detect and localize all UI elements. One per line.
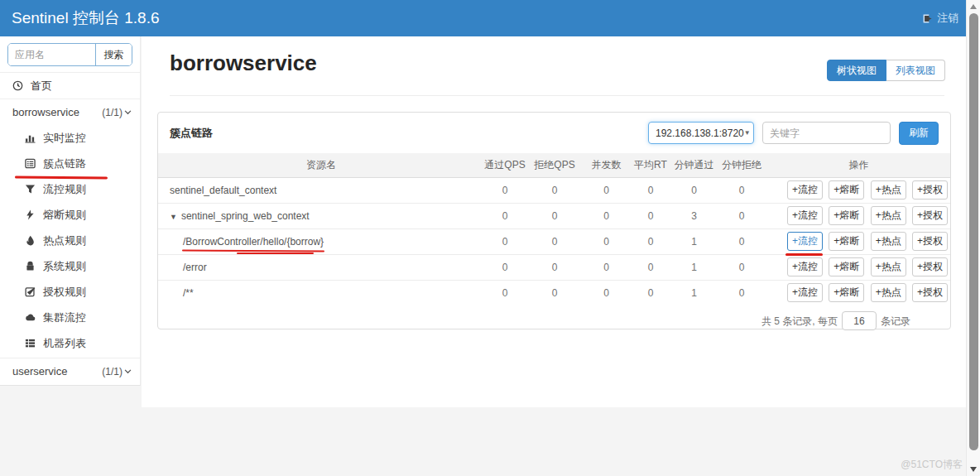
chevron-down-icon [124, 369, 132, 374]
add-authority-rule-button[interactable]: +授权 [912, 232, 948, 251]
sidebar-item-machine-list[interactable]: 机器列表 [0, 330, 140, 356]
pagination-suffix-text: 条记录 [881, 315, 910, 327]
resource-name: /error [158, 254, 484, 280]
add-degrade-rule-button[interactable]: +熔断 [829, 180, 864, 200]
tree-view-button[interactable]: 树状视图 [827, 60, 886, 81]
add-hotspot-rule-button[interactable]: +热点 [871, 257, 906, 276]
add-flow-rule-button[interactable]: +流控 [787, 283, 823, 302]
table-row: ▼sentinel_spring_web_context 0 0 0 0 3 0… [158, 203, 950, 228]
add-authority-rule-button[interactable]: +授权 [912, 257, 948, 276]
app-header: Sentinel 控制台 1.8.6 注销 [0, 0, 980, 36]
add-hotspot-rule-button[interactable]: +热点 [871, 283, 906, 302]
add-flow-rule-button[interactable]: +流控 [787, 206, 823, 225]
bar-chart-icon [25, 132, 36, 143]
sidebar-item-label: 实时监控 [43, 131, 86, 146]
cell-minute-reject: 0 [716, 254, 767, 280]
add-degrade-rule-button[interactable]: +熔断 [829, 206, 864, 225]
cell-pass-qps: 0 [484, 280, 526, 305]
add-flow-rule-button[interactable]: +流控 [787, 257, 823, 276]
cell-threads: 0 [584, 228, 629, 254]
cell-reject-qps: 0 [526, 203, 584, 228]
add-hotspot-rule-button[interactable]: +热点 [871, 206, 906, 225]
scrollbar[interactable] [966, 0, 980, 476]
app-group-count: (1/1) [102, 366, 122, 377]
scrollbar-thumb[interactable] [969, 13, 978, 450]
logout-icon [922, 13, 933, 24]
cell-pass-qps: 0 [484, 254, 526, 280]
sidebar-item-flow-rules[interactable]: 流控规则 [0, 176, 140, 202]
sidebar-item-home[interactable]: 首页 [0, 73, 140, 99]
annotation-underline-resource [182, 249, 324, 252]
cell-pass-qps: 0 [484, 203, 526, 228]
keyword-input[interactable] [762, 122, 891, 144]
sidebar-group-userservice[interactable]: userservice (1/1) [0, 358, 140, 384]
add-degrade-rule-button[interactable]: +熔断 [829, 232, 864, 251]
cell-threads: 0 [584, 203, 629, 228]
table-row: /** 0 0 0 0 1 0 +流控 +熔断 +热点 +授权 [158, 280, 950, 305]
add-degrade-rule-button[interactable]: +熔断 [829, 283, 864, 302]
tree-collapse-caret[interactable]: ▼ [170, 213, 177, 221]
sidebar-item-authority-rules[interactable]: 授权规则 [0, 279, 140, 305]
bolt-icon [25, 209, 36, 220]
logout-button[interactable]: 注销 [922, 0, 958, 36]
scrollbar-down-arrow[interactable] [970, 467, 977, 472]
lock-icon [25, 261, 36, 272]
sidebar-item-hotspot-rules[interactable]: 热点规则 [0, 228, 140, 253]
resource-name: /BorrowController/hello/{borrow} [183, 236, 324, 248]
main-content: borrowservice 树状视图 列表视图 簇点链路 192.168.138… [142, 36, 966, 407]
fire-icon [25, 235, 36, 246]
add-authority-rule-button[interactable]: +授权 [912, 206, 948, 225]
sidebar-item-label: 机器列表 [43, 336, 86, 351]
add-authority-rule-button[interactable]: +授权 [912, 180, 948, 200]
sidebar-item-system-rules[interactable]: 系统规则 [0, 253, 140, 279]
sidebar-item-label: 系统规则 [43, 259, 86, 274]
app-group-count: (1/1) [102, 107, 122, 118]
cell-minute-reject: 0 [716, 203, 767, 228]
cell-minute-pass: 0 [672, 177, 716, 203]
refresh-button[interactable]: 刷新 [899, 122, 939, 145]
cell-threads: 0 [584, 177, 629, 203]
cell-pass-qps: 0 [484, 177, 526, 203]
column-header-avg-rt: 平均RT [629, 153, 672, 177]
machine-select[interactable]: 192.168.138.1:8720 ▼ [648, 122, 754, 144]
machine-list-icon [25, 338, 36, 349]
resource-name: /** [158, 280, 484, 305]
table-header-row: 资源名 通过QPS 拒绝QPS 并发数 平均RT 分钟通过 分钟拒绝 操作 [158, 153, 950, 177]
list-alt-icon [25, 158, 36, 169]
column-header-actions: 操作 [767, 153, 950, 177]
sidebar: 搜索 首页 borrowservice (1/1) 实时监控 簇点链路 [0, 36, 141, 386]
sidebar-item-label: 授权规则 [43, 285, 86, 300]
add-degrade-rule-button[interactable]: +熔断 [829, 257, 864, 276]
page-title: borrowservice [170, 50, 317, 76]
sidebar-item-label: 热点规则 [43, 233, 86, 248]
app-search-input[interactable] [8, 44, 95, 65]
resource-table: 资源名 通过QPS 拒绝QPS 并发数 平均RT 分钟通过 分钟拒绝 操作 se… [158, 153, 950, 305]
sidebar-item-label: 流控规则 [43, 182, 86, 197]
cell-minute-reject: 0 [716, 228, 767, 254]
add-flow-rule-button[interactable]: +流控 [787, 180, 823, 200]
cell-reject-qps: 0 [526, 228, 584, 254]
search-button[interactable]: 搜索 [95, 44, 132, 65]
cell-reject-qps: 0 [526, 254, 584, 280]
cell-minute-pass: 1 [672, 254, 716, 280]
scrollbar-up-arrow[interactable] [970, 4, 977, 9]
app-group-name: userservice [12, 365, 94, 377]
watermark: @51CTO博客 [901, 458, 963, 472]
add-authority-rule-button[interactable]: +授权 [912, 283, 948, 302]
resource-name: sentinel_spring_web_context [181, 210, 310, 222]
sidebar-item-cluster-flow[interactable]: 集群流控 [0, 305, 140, 330]
sidebar-group-borrowservice[interactable]: borrowservice (1/1) [0, 99, 140, 125]
app-group-name: borrowservice [12, 106, 94, 118]
add-hotspot-rule-button[interactable]: +热点 [871, 232, 906, 251]
app-search-group: 搜索 [7, 43, 132, 66]
add-hotspot-rule-button[interactable]: +热点 [871, 180, 906, 200]
sidebar-item-realtime-monitor[interactable]: 实时监控 [0, 125, 140, 151]
logout-label: 注销 [937, 11, 958, 26]
add-flow-rule-button[interactable]: +流控 [787, 232, 823, 251]
list-view-button[interactable]: 列表视图 [886, 60, 945, 81]
machine-select-value: 192.168.138.1:8720 [656, 127, 744, 139]
cell-minute-pass: 1 [672, 228, 716, 254]
page-size-input[interactable] [842, 311, 877, 330]
sidebar-item-cluster-link[interactable]: 簇点链路 [0, 151, 140, 176]
sidebar-item-degrade-rules[interactable]: 熔断规则 [0, 202, 140, 228]
